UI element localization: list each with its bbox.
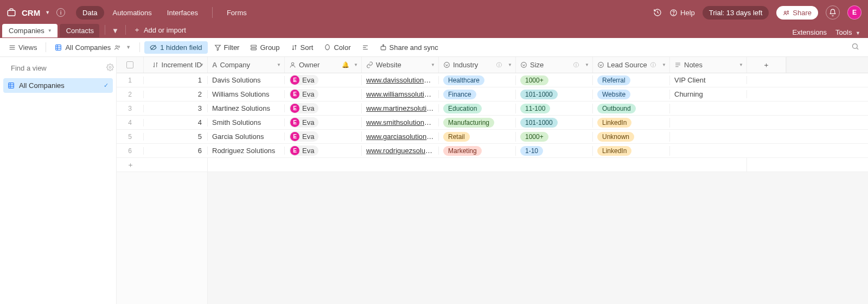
cell-company[interactable]: Martinez Solutions <box>208 104 285 112</box>
base-name[interactable]: CRM <box>22 8 40 17</box>
sort-button[interactable]: Sort <box>286 41 318 54</box>
info-icon[interactable]: ⓘ <box>496 61 503 68</box>
cell-company[interactable]: Williams Solutions <box>208 90 285 98</box>
share-button[interactable]: Share <box>776 6 818 20</box>
cell-owner[interactable]: E Eva <box>285 103 362 113</box>
tools-button[interactable]: Tools ▼ <box>835 28 860 36</box>
cell-size[interactable]: 101-1000 <box>516 90 593 99</box>
cell-lead-source[interactable]: LinkedIn <box>593 118 670 128</box>
website-link[interactable]: www.williamssolutions.com <box>366 90 434 98</box>
color-button[interactable]: Color <box>320 41 355 54</box>
website-link[interactable]: www.garciasolutions.com <box>366 132 434 141</box>
share-sync-button[interactable]: Share and sync <box>375 41 443 54</box>
chevron-down-icon[interactable]: ▼ <box>662 62 666 67</box>
header-owner[interactable]: Owner 🔔 ▼ <box>285 57 362 73</box>
hidden-fields-button[interactable]: 1 hidden field <box>144 41 207 54</box>
filter-button[interactable]: Filter <box>210 41 244 54</box>
cell-industry[interactable]: Healthcare <box>439 75 516 85</box>
trial-pill[interactable]: Trial: 13 days left <box>703 6 769 20</box>
website-link[interactable]: www.rodriguezsolutions.c... <box>366 147 434 155</box>
row-height-button[interactable] <box>358 42 373 53</box>
help-button[interactable]: Help <box>669 9 695 17</box>
nav-data[interactable]: Data <box>76 6 104 20</box>
extensions-button[interactable]: Extensions <box>793 28 827 36</box>
cell-industry[interactable]: Retail <box>439 132 516 142</box>
cell-industry[interactable]: Marketing <box>439 146 516 156</box>
cell-notes[interactable]: VIP Client <box>670 76 747 84</box>
table-row[interactable]: 6 6 Rodriguez Solutions E Eva www.rodrig… <box>117 144 868 158</box>
gear-icon[interactable] <box>106 64 114 73</box>
chevron-down-icon[interactable]: ▼ <box>354 62 358 67</box>
cell-lead-source[interactable]: Website <box>593 90 670 99</box>
row-number[interactable]: 3 <box>117 105 144 112</box>
header-increment-id[interactable]: Increment ID ▼ <box>144 57 208 73</box>
table-row[interactable]: 5 5 Garcia Solutions E Eva www.garciasol… <box>117 130 868 144</box>
info-icon[interactable]: i <box>56 8 65 17</box>
info-icon[interactable]: ⓘ <box>650 61 658 68</box>
row-number[interactable]: 4 <box>117 119 144 126</box>
cell-website[interactable]: www.martinezsolutions.c... <box>362 104 439 112</box>
cell-size[interactable]: 1-10 <box>516 146 593 156</box>
chevron-down-icon[interactable]: ▼ <box>431 62 435 67</box>
user-avatar[interactable]: E <box>847 5 861 20</box>
header-website[interactable]: Website ▼ <box>362 57 439 73</box>
header-size[interactable]: Size ⓘ ▼ <box>516 57 593 73</box>
cell-increment-id[interactable]: 1 <box>144 76 208 84</box>
tab-contacts[interactable]: Contacts <box>60 24 99 37</box>
nav-interfaces[interactable]: Interfaces <box>161 6 205 20</box>
cell-size[interactable]: 101-1000 <box>516 118 593 128</box>
header-industry[interactable]: Industry ⓘ ▼ <box>439 57 516 73</box>
chevron-down-icon[interactable]: ▼ <box>277 62 281 67</box>
add-row[interactable]: ＋ <box>117 158 868 172</box>
website-link[interactable]: www.davissolutions.com <box>366 76 434 84</box>
cell-lead-source[interactable]: LinkedIn <box>593 146 670 156</box>
cell-website[interactable]: www.smithsolutions.com <box>362 118 439 126</box>
cell-website[interactable]: www.williamssolutions.com <box>362 90 439 98</box>
cell-company[interactable]: Smith Solutions <box>208 118 285 126</box>
chevron-down-icon[interactable]: ▼ <box>200 62 204 67</box>
cell-lead-source[interactable]: Referral <box>593 75 670 85</box>
cell-increment-id[interactable]: 6 <box>144 147 208 155</box>
row-number[interactable]: 6 <box>117 147 144 155</box>
cell-lead-source[interactable]: Outbound <box>593 104 670 113</box>
cell-size[interactable]: 11-100 <box>516 104 593 113</box>
search-button[interactable] <box>847 40 864 54</box>
header-lead-source[interactable]: Lead Source ⓘ ▼ <box>593 57 670 73</box>
header-checkbox[interactable] <box>117 57 144 73</box>
website-link[interactable]: www.martinezsolutions.c... <box>366 104 434 112</box>
table-row[interactable]: 3 3 Martinez Solutions E Eva www.martine… <box>117 102 868 116</box>
nav-automations[interactable]: Automations <box>106 6 158 20</box>
chevron-down-icon[interactable]: ▼ <box>508 62 512 67</box>
add-or-import-button[interactable]: ＋ Add or import <box>129 23 190 37</box>
row-number[interactable]: 2 <box>117 91 144 98</box>
add-field-button[interactable]: ＋ <box>747 57 786 73</box>
tab-companies[interactable]: Companies ▼ <box>2 24 58 37</box>
cell-owner[interactable]: E Eva <box>285 145 362 156</box>
views-toggle[interactable]: Views <box>4 41 41 54</box>
cell-owner[interactable]: E Eva <box>285 75 362 85</box>
info-icon[interactable]: ⓘ <box>573 61 580 68</box>
cell-website[interactable]: www.garciasolutions.com <box>362 132 439 141</box>
chevron-down-icon[interactable]: ▼ <box>585 62 589 67</box>
cell-increment-id[interactable]: 4 <box>144 118 208 126</box>
cell-website[interactable]: www.rodriguezsolutions.c... <box>362 147 439 155</box>
cell-company[interactable]: Garcia Solutions <box>208 132 285 141</box>
cell-notes[interactable]: Churning <box>670 90 747 98</box>
chevron-down-icon[interactable]: ▼ <box>126 45 131 50</box>
chevron-down-icon[interactable]: ▼ <box>739 62 743 67</box>
cell-company[interactable]: Rodriguez Solutions <box>208 147 285 155</box>
row-number[interactable]: 1 <box>117 77 144 84</box>
table-row[interactable]: 4 4 Smith Solutions E Eva www.smithsolut… <box>117 116 868 130</box>
chevron-down-icon[interactable]: ▼ <box>48 28 52 33</box>
cell-increment-id[interactable]: 5 <box>144 132 208 141</box>
find-view-input[interactable] <box>11 64 102 72</box>
chevron-down-icon[interactable]: ▼ <box>45 10 50 15</box>
table-row[interactable]: 2 2 Williams Solutions E Eva www.william… <box>117 87 868 102</box>
cell-industry[interactable]: Education <box>439 104 516 113</box>
cell-size[interactable]: 1000+ <box>516 132 593 142</box>
cell-increment-id[interactable]: 2 <box>144 90 208 98</box>
cell-lead-source[interactable]: Unknown <box>593 132 670 142</box>
header-notes[interactable]: Notes ▼ <box>670 57 747 73</box>
cell-industry[interactable]: Finance <box>439 90 516 99</box>
cell-company[interactable]: Davis Solutions <box>208 76 285 84</box>
